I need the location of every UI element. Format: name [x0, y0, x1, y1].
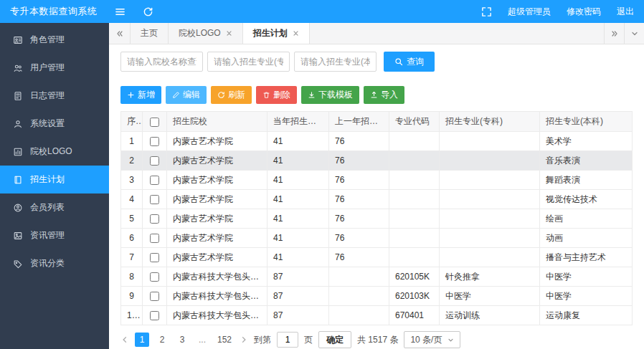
confirm-page-button[interactable]: 确定 [318, 331, 351, 348]
sidebar-item-label: 招生计划 [30, 173, 65, 186]
cell-no: 1 [121, 132, 143, 151]
table-row[interactable]: 9 内蒙古科技大学包头医学院 87 620103K 中医学 中医学 [121, 287, 633, 306]
sidebar-item-news-management[interactable]: 资讯管理 [0, 221, 109, 249]
sidebar-item-admission-plan[interactable]: 招生计划 [0, 166, 109, 193]
page-number-2[interactable]: 2 [155, 333, 169, 347]
tab-college-logo[interactable]: 院校LOGO [169, 23, 243, 44]
cell-select [143, 190, 167, 209]
sidebar-item-college-logo[interactable]: 院校LOGO [0, 138, 109, 166]
page-number-1[interactable]: 1 [135, 333, 149, 347]
app-title: 专升本数据查询系统 [10, 5, 98, 18]
row-checkbox[interactable] [150, 195, 159, 204]
cell-major-bk: 视觉传达技术 [540, 190, 633, 209]
table-row[interactable]: 1 内蒙古艺术学院 41 76 美术学 [121, 132, 633, 151]
menu-collapse-icon[interactable] [115, 6, 126, 17]
log-icon [13, 91, 23, 101]
table-row[interactable]: 8 内蒙古科技大学包头医学院 87 620105K 针灸推拿 中医学 [121, 267, 633, 287]
table-row[interactable]: 2 内蒙古艺术学院 41 76 音乐表演 [121, 151, 633, 171]
table-row[interactable]: 3 内蒙古艺术学院 41 76 舞蹈表演 [121, 171, 633, 190]
sidebar-item-log-management[interactable]: 日志管理 [0, 82, 109, 110]
query-button[interactable]: 查询 [384, 52, 435, 72]
settings-icon [13, 119, 23, 129]
add-button-label: 新增 [138, 89, 155, 101]
cell-select [143, 287, 167, 306]
prev-page-icon[interactable] [120, 335, 129, 344]
pencil-icon [172, 91, 180, 99]
goto-page-input[interactable] [277, 332, 298, 348]
cell-major-bk: 中医学 [540, 287, 633, 306]
edit-button[interactable]: 编辑 [166, 86, 207, 104]
table-row[interactable]: 10 内蒙古科技大学包头医学院 87 670401 运动训练 运动康复 [121, 306, 633, 325]
body-row: 角色管理 用户管理 日志管理 系统设置 院校LOGO 招生计划 [0, 23, 644, 349]
cell-school: 内蒙古艺术学院 [167, 171, 267, 190]
sidebar-item-label: 角色管理 [30, 34, 65, 46]
cell-previous: 76 [329, 171, 389, 190]
cell-select [143, 171, 167, 190]
delete-button-label: 删除 [273, 89, 290, 101]
page-size-select[interactable]: 10 条/页 [404, 331, 460, 348]
school-name-search-input[interactable] [120, 52, 203, 72]
refresh-button[interactable]: 刷新 [211, 86, 252, 104]
cell-no: 10 [121, 306, 143, 325]
table-row[interactable]: 5 内蒙古艺术学院 41 76 绘画 [121, 209, 633, 229]
close-icon[interactable] [293, 30, 299, 37]
sidebar-item-label: 资讯管理 [30, 229, 65, 242]
major-zhuanke-search-input[interactable] [207, 52, 290, 72]
row-checkbox[interactable] [150, 156, 159, 166]
tabs-menu-caret-icon[interactable] [624, 23, 644, 44]
sidebar-item-member-list[interactable]: 会员列表 [0, 193, 109, 221]
table-row[interactable]: 4 内蒙古艺术学院 41 76 视觉传达技术 [121, 190, 633, 209]
delete-button[interactable]: 删除 [256, 86, 297, 104]
refresh-icon [217, 91, 225, 99]
logout-link[interactable]: 退出 [617, 6, 634, 18]
row-checkbox[interactable] [150, 311, 159, 320]
page-number-last[interactable]: 152 [215, 333, 234, 347]
row-checkbox[interactable] [150, 234, 159, 243]
cell-school: 内蒙古艺术学院 [167, 229, 267, 248]
admission-plan-table: 序号 招生院校 当年招生人数 上一年招生... 专业代码 招生专业(专科) 招生… [120, 111, 633, 325]
tab-admission-plan[interactable]: 招生计划 [243, 23, 310, 44]
tab-label: 招生计划 [253, 27, 288, 39]
close-icon[interactable] [226, 30, 232, 37]
page-number-3[interactable]: 3 [175, 333, 189, 347]
tabs-scroll-right-icon[interactable] [604, 23, 624, 44]
search-icon [394, 57, 403, 66]
download-template-button[interactable]: 下载模板 [301, 86, 359, 104]
next-page-icon[interactable] [240, 335, 248, 344]
sidebar-item-news-category[interactable]: 资讯分类 [0, 249, 109, 277]
upload-icon [370, 91, 378, 99]
import-button[interactable]: 导入 [364, 86, 404, 104]
cell-major-zk [440, 190, 540, 209]
row-checkbox[interactable] [150, 214, 159, 224]
cell-major-bk: 美术学 [540, 132, 633, 151]
row-checkbox[interactable] [150, 272, 159, 282]
tabs-scroll-left-icon[interactable] [109, 23, 131, 44]
cell-code [389, 132, 440, 151]
cell-previous: 76 [329, 151, 389, 171]
row-checkbox[interactable] [150, 137, 159, 146]
refresh-page-icon[interactable] [143, 6, 153, 17]
topbar-right: 超级管理员 修改密码 退出 [481, 6, 634, 18]
change-password-link[interactable]: 修改密码 [567, 6, 601, 18]
select-all-checkbox[interactable] [150, 118, 159, 127]
table-row[interactable]: 6 内蒙古艺术学院 41 76 动画 [121, 229, 633, 248]
col-header-select [143, 112, 167, 132]
tab-home[interactable]: 主页 [131, 23, 169, 44]
major-benke-search-input[interactable] [294, 52, 377, 72]
sidebar-item-role-management[interactable]: 角色管理 [0, 26, 109, 54]
sidebar-item-system-settings[interactable]: 系统设置 [0, 110, 109, 138]
add-button[interactable]: 新增 [120, 86, 161, 104]
cell-select [143, 132, 167, 151]
tab-label: 主页 [141, 27, 158, 39]
cell-major-zk [440, 248, 540, 267]
cell-major-bk: 绘画 [540, 209, 633, 229]
table-row[interactable]: 7 内蒙古艺术学院 41 76 播音与主持艺术 [121, 248, 633, 267]
cell-select [143, 151, 167, 171]
row-checkbox[interactable] [150, 292, 159, 301]
fullscreen-icon[interactable] [481, 6, 492, 17]
plus-icon [127, 91, 135, 99]
sidebar-item-user-management[interactable]: 用户管理 [0, 54, 109, 82]
cell-major-zk [440, 151, 540, 171]
row-checkbox[interactable] [150, 176, 159, 185]
row-checkbox[interactable] [150, 253, 159, 262]
